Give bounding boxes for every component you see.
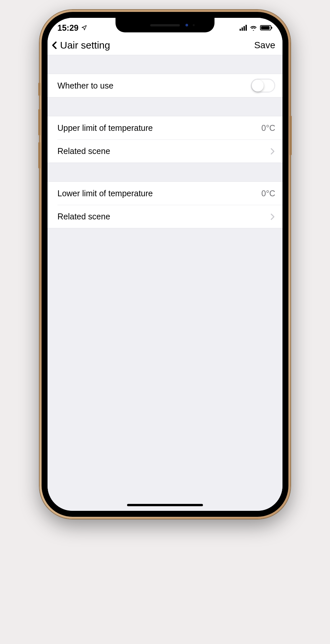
status-time: 15:29 — [57, 23, 79, 33]
group-whether: Whether to use — [48, 74, 282, 97]
save-button[interactable]: Save — [254, 40, 275, 51]
row-upper-limit[interactable]: Upper limit of temperature 0°C — [48, 116, 282, 139]
wifi-icon — [249, 25, 257, 31]
group-lower: Lower limit of temperature 0°C Related s… — [48, 181, 282, 228]
row-label: Upper limit of temperature — [57, 123, 153, 133]
battery-icon — [260, 25, 271, 30]
content: Whether to use Upper limit of temperatur… — [48, 55, 282, 511]
status-right — [240, 25, 271, 31]
volume-up — [38, 109, 40, 135]
mute-switch — [38, 83, 40, 96]
chevron-right-icon — [270, 147, 275, 155]
section-spacer — [48, 163, 282, 181]
row-accessory — [270, 147, 275, 155]
page-title: Uair setting — [60, 40, 110, 51]
cellular-icon — [240, 25, 247, 31]
screen: 15:29 — [48, 18, 282, 511]
row-label: Related scene — [57, 146, 110, 156]
power-button — [290, 116, 292, 155]
whether-toggle[interactable] — [251, 79, 275, 93]
camera-dot — [185, 24, 188, 26]
row-lower-limit[interactable]: Lower limit of temperature 0°C — [48, 182, 282, 205]
row-value: 0°C — [261, 123, 275, 133]
status-left: 15:29 — [57, 23, 87, 33]
nav-header: Uair setting Save — [48, 38, 282, 55]
row-label: Related scene — [57, 212, 110, 221]
row-whether-to-use[interactable]: Whether to use — [48, 74, 282, 97]
row-label: Lower limit of temperature — [57, 189, 153, 198]
row-lower-related-scene[interactable]: Related scene — [57, 205, 282, 228]
location-icon — [81, 25, 87, 31]
row-value: 0°C — [261, 189, 275, 198]
speaker-grill — [150, 24, 180, 26]
chevron-right-icon — [270, 213, 275, 221]
volume-down — [38, 142, 40, 169]
group-upper: Upper limit of temperature 0°C Related s… — [48, 116, 282, 163]
phone-bezel: 15:29 — [42, 12, 288, 517]
section-spacer — [48, 55, 282, 74]
home-indicator[interactable] — [127, 504, 203, 506]
section-spacer — [48, 97, 282, 116]
back-button[interactable]: Uair setting — [50, 40, 110, 51]
chevron-left-icon — [50, 41, 59, 50]
row-upper-related-scene[interactable]: Related scene — [57, 139, 282, 163]
notch — [116, 18, 214, 32]
row-label: Whether to use — [57, 81, 114, 91]
sensor-dot — [193, 24, 195, 26]
toggle-knob — [252, 80, 264, 92]
row-accessory — [270, 213, 275, 221]
phone-frame: 15:29 — [40, 10, 290, 519]
